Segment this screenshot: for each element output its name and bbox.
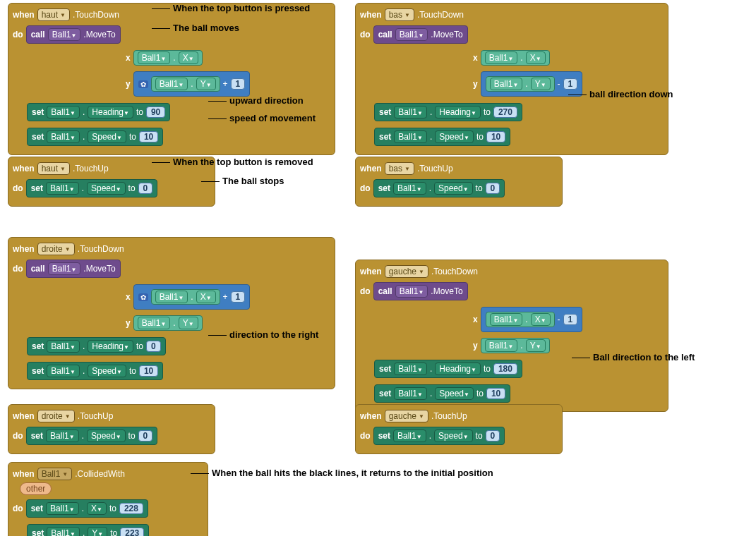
dd-speed[interactable]: Speed▼ bbox=[435, 387, 474, 400]
dd-ball-h[interactable]: Ball1▼ bbox=[394, 363, 427, 375]
dd-heading[interactable]: Heading▼ bbox=[88, 106, 133, 118]
dd-speed[interactable]: Speed▼ bbox=[87, 182, 126, 195]
dd-ball-h[interactable]: Ball1▼ bbox=[394, 106, 427, 118]
num-10[interactable]: 10 bbox=[486, 388, 505, 399]
set-speed[interactable]: set Ball1▼ . Speed▼ to 10 bbox=[374, 128, 510, 146]
dd-speed[interactable]: Speed▼ bbox=[88, 130, 126, 143]
num-1[interactable]: 1 bbox=[231, 78, 246, 90]
num-0[interactable]: 0 bbox=[146, 341, 161, 352]
dd-prop-y[interactable]: Y▼ bbox=[531, 78, 551, 90]
set-x[interactable]: set Ball1▼ . X▼ to 228 bbox=[26, 499, 148, 518]
num-0[interactable]: 0 bbox=[486, 183, 500, 194]
num-10[interactable]: 10 bbox=[139, 131, 158, 142]
dd-ball-s[interactable]: Ball1▼ bbox=[393, 430, 426, 442]
dd-ball-s[interactable]: Ball1▼ bbox=[47, 130, 80, 143]
dd-haut[interactable]: haut▼ bbox=[37, 8, 70, 21]
gear-icon[interactable]: ✿ bbox=[138, 80, 148, 88]
num-223[interactable]: 223 bbox=[120, 528, 144, 536]
dd-ball[interactable]: Ball1▼ bbox=[48, 28, 81, 41]
set-speed[interactable]: set Ball1▼ . Speed▼ to 10 bbox=[27, 128, 163, 146]
set-speed-0[interactable]: set Ball1▼ . Speed▼ to 0 bbox=[373, 427, 505, 445]
set-speed[interactable]: set Ball1▼ . Speed▼ to 10 bbox=[27, 362, 163, 380]
dd-bas[interactable]: bas▼ bbox=[385, 8, 414, 21]
num-180[interactable]: 180 bbox=[493, 363, 517, 374]
num-0[interactable]: 0 bbox=[138, 430, 153, 441]
set-speed-0[interactable]: set Ball1▼ . Speed▼ to 0 bbox=[373, 179, 505, 197]
block-when-gauche-touchdown[interactable]: when gauche▼ .TouchDown do call Ball1▼ .… bbox=[355, 260, 668, 412]
call-moveto[interactable]: call Ball1▼ .MoveTo bbox=[373, 25, 468, 44]
dd-prop-x[interactable]: X▼ bbox=[196, 291, 216, 303]
param-other[interactable]: other bbox=[20, 482, 52, 495]
dd-ball[interactable]: Ball1▼ bbox=[395, 28, 428, 41]
math-minus[interactable]: Ball1▼ . Y▼ - 1 bbox=[481, 71, 583, 97]
dd-speed[interactable]: Speed▼ bbox=[434, 430, 473, 442]
dd-bas[interactable]: bas▼ bbox=[385, 162, 414, 175]
dd-ball-y[interactable]: Ball1▼ bbox=[138, 317, 171, 329]
block-when-haut-touchdown[interactable]: when haut▼ .TouchDown do call Ball1▼ .Mo… bbox=[8, 3, 335, 155]
dd-ball-s[interactable]: Ball1▼ bbox=[394, 387, 427, 400]
dd-ball[interactable]: Ball1▼ bbox=[48, 262, 81, 275]
num-0[interactable]: 0 bbox=[486, 430, 500, 441]
dd-ball-y[interactable]: Ball1▼ bbox=[155, 78, 188, 90]
dd-ball-y[interactable]: Ball1▼ bbox=[47, 527, 80, 536]
num-10[interactable]: 10 bbox=[139, 365, 158, 377]
getter-x[interactable]: Ball1▼ . X▼ bbox=[486, 312, 555, 327]
getter-y[interactable]: Ball1▼ . Y▼ bbox=[133, 315, 203, 331]
set-heading[interactable]: set Ball1▼ . Heading▼ to 270 bbox=[374, 103, 522, 121]
gear-icon[interactable]: ✿ bbox=[138, 293, 148, 301]
dd-prop-y[interactable]: Y▼ bbox=[179, 317, 198, 329]
num-270[interactable]: 270 bbox=[493, 106, 517, 118]
call-moveto[interactable]: call Ball1▼ .MoveTo bbox=[373, 282, 468, 300]
dd-prop-y[interactable]: Y▼ bbox=[196, 78, 216, 90]
dd-ball-h[interactable]: Ball1▼ bbox=[47, 106, 80, 118]
dd-ball-s[interactable]: Ball1▼ bbox=[394, 130, 427, 143]
dd-gauche[interactable]: gauche▼ bbox=[385, 265, 428, 278]
getter-x[interactable]: Ball1▼ . X▼ bbox=[481, 50, 550, 66]
dd-droite[interactable]: droite▼ bbox=[37, 410, 75, 422]
op-minus[interactable]: - bbox=[558, 79, 560, 89]
num-10[interactable]: 10 bbox=[486, 131, 505, 142]
set-heading[interactable]: set Ball1▼ . Heading▼ to 0 bbox=[27, 337, 166, 355]
dd-ball-s[interactable]: Ball1▼ bbox=[393, 182, 426, 195]
math-minus-x[interactable]: Ball1▼ . X▼ - 1 bbox=[481, 307, 583, 332]
dd-ball-event[interactable]: Ball1▼ bbox=[37, 468, 73, 480]
dd-heading[interactable]: Heading▼ bbox=[88, 340, 133, 353]
dd-speed[interactable]: Speed▼ bbox=[88, 365, 126, 377]
dd-ball-x[interactable]: Ball1▼ bbox=[155, 291, 188, 303]
op-plus[interactable]: + bbox=[223, 292, 228, 302]
set-speed[interactable]: set Ball1▼ . Speed▼ to 10 bbox=[374, 384, 510, 403]
dd-speed[interactable]: Speed▼ bbox=[87, 430, 126, 442]
block-when-bas-touchup[interactable]: when bas▼ .TouchUp do set Ball1▼ . Speed… bbox=[355, 157, 563, 207]
op-minus[interactable]: - bbox=[558, 315, 560, 324]
math-plus-x[interactable]: ✿ Ball1▼ . X▼ + 1 bbox=[133, 284, 251, 310]
dd-ball-y[interactable]: Ball1▼ bbox=[490, 78, 523, 90]
math-plus[interactable]: ✿ Ball1▼ . Y▼ + 1 bbox=[133, 71, 251, 97]
dd-heading[interactable]: Heading▼ bbox=[435, 106, 481, 118]
num-1[interactable]: 1 bbox=[231, 291, 246, 303]
set-speed-0[interactable]: set Ball1▼ . Speed▼ to 0 bbox=[26, 427, 158, 445]
block-when-gauche-touchup[interactable]: when gauche▼ .TouchUp do set Ball1▼ . Sp… bbox=[355, 404, 563, 454]
dd-heading[interactable]: Heading▼ bbox=[435, 363, 481, 375]
set-heading[interactable]: set Ball1▼ . Heading▼ to 90 bbox=[27, 103, 170, 121]
num-90[interactable]: 90 bbox=[146, 106, 165, 118]
dd-prop-x[interactable]: X▼ bbox=[526, 51, 546, 64]
dd-prop-y[interactable]: Y▼ bbox=[526, 339, 546, 352]
getter-y[interactable]: Ball1▼ . Y▼ bbox=[481, 338, 550, 353]
dd-speed[interactable]: Speed▼ bbox=[434, 182, 473, 195]
dd-speed[interactable]: Speed▼ bbox=[435, 130, 474, 143]
block-when-droite-touchup[interactable]: when droite▼ .TouchUp do set Ball1▼ . Sp… bbox=[8, 404, 215, 454]
getter-y[interactable]: Ball1▼ . Y▼ bbox=[486, 76, 555, 92]
block-when-ball-collided[interactable]: when Ball1▼ .CollidedWith other do set B… bbox=[8, 462, 208, 536]
dd-ball-x[interactable]: Ball1▼ bbox=[490, 313, 523, 326]
block-when-droite-touchdown[interactable]: when droite▼ .TouchDown do call Ball1▼ .… bbox=[8, 237, 335, 389]
dd-x[interactable]: X▼ bbox=[87, 502, 107, 515]
getter-y[interactable]: Ball1▼ . Y▼ bbox=[151, 76, 220, 92]
set-speed-0[interactable]: set Ball1▼ . Speed▼ to 0 bbox=[26, 179, 158, 197]
call-moveto[interactable]: call Ball1▼ .MoveTo bbox=[26, 260, 121, 278]
dd-y[interactable]: Y▼ bbox=[88, 527, 107, 536]
set-heading[interactable]: set Ball1▼ . Heading▼ to 180 bbox=[374, 360, 522, 378]
dd-ball-h[interactable]: Ball1▼ bbox=[47, 340, 80, 353]
block-when-bas-touchdown[interactable]: when bas▼ .TouchDown do call Ball1▼ .Mov… bbox=[355, 3, 668, 155]
op-plus[interactable]: + bbox=[223, 79, 228, 89]
dd-ball[interactable]: Ball1▼ bbox=[395, 285, 428, 298]
